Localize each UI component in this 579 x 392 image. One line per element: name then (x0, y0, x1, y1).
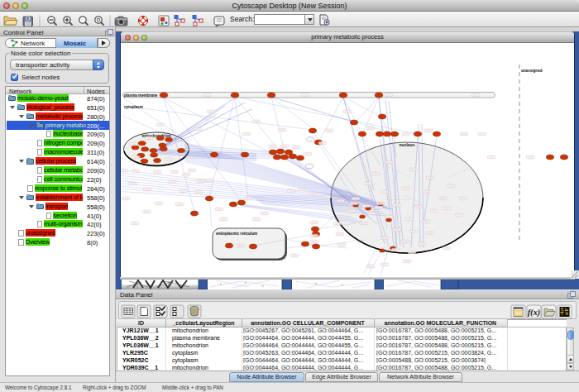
svg-text:cytoplasm: cytoplasm (124, 105, 143, 109)
svg-text:nucleus: nucleus (400, 142, 415, 147)
svg-text:unassigned: unassigned (521, 69, 543, 73)
svg-text:f(x): f(x) (528, 308, 540, 318)
svg-text:endoplasmic reticulum: endoplasmic reticulum (216, 232, 257, 236)
svg-text:plasma membrane: plasma membrane (124, 93, 158, 98)
